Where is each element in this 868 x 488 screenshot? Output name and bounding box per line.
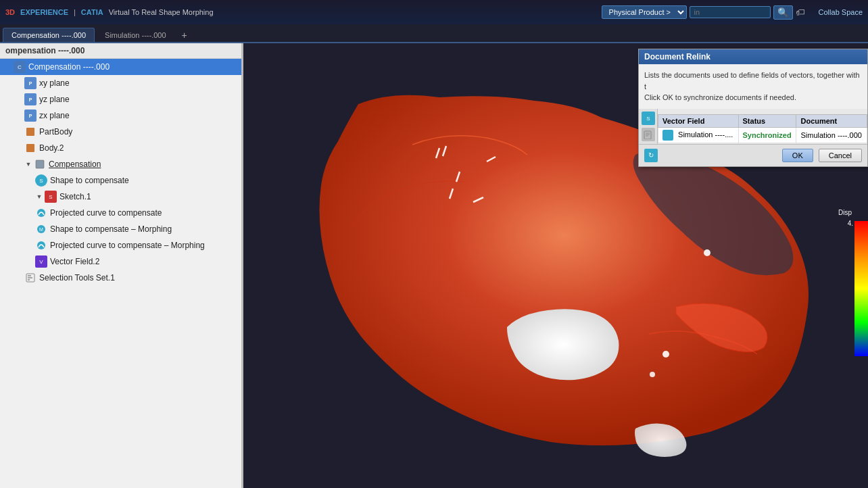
dialog-body: Lists the documents used to define field… xyxy=(639,64,867,109)
cell-status: Synchronized xyxy=(738,127,796,143)
shape-compensate-label: Shape to compensate xyxy=(50,176,129,185)
search-button[interactable]: 🔍 xyxy=(773,5,793,20)
dialog-titlebar: Document Relink xyxy=(639,49,867,64)
row-icon xyxy=(662,130,673,141)
dialog-left-icons: S xyxy=(639,109,658,144)
dialog-description-line1: Lists the documents used to define field… xyxy=(644,71,860,91)
brand-experience: EXPERIENCE xyxy=(20,8,68,16)
tree-item-yz-plane[interactable]: P yz plane xyxy=(0,91,241,107)
tab-simulation[interactable]: Simulation ----.000 xyxy=(96,28,174,42)
yz-plane-icon: P xyxy=(24,93,37,105)
cell-document: Simulation ----.000 xyxy=(796,127,867,143)
svg-text:S: S xyxy=(646,116,650,122)
dialog-ok-button[interactable]: OK xyxy=(782,149,813,162)
dialog-footer-left: ↻ xyxy=(644,149,777,162)
root-icon: C xyxy=(14,61,26,73)
search-product-select[interactable]: Physical Product > xyxy=(602,5,687,19)
col-status: Status xyxy=(738,114,796,127)
table-row: Simulation ----.... Synchronized Simulat… xyxy=(658,127,867,143)
tabbar: Compensation ----.000 Simulation ----.00… xyxy=(0,24,868,43)
partbody-icon xyxy=(24,126,37,138)
xy-plane-icon: P xyxy=(24,77,37,89)
dialog-title: Document Relink xyxy=(644,52,710,62)
svg-point-31 xyxy=(650,372,655,377)
root-label: Compensation ----.000 xyxy=(28,62,110,72)
tree-item-compensation[interactable]: ▼ Compensation xyxy=(0,156,241,172)
shape-morphing-label: Shape to compensate – Morphing xyxy=(50,224,172,234)
tab-compensation[interactable]: Compensation ----.000 xyxy=(3,28,95,42)
search-input[interactable] xyxy=(690,6,771,18)
svg-rect-10 xyxy=(36,160,44,168)
shape-compensate-icon: S xyxy=(35,174,47,187)
body2-label: Body.2 xyxy=(39,143,64,153)
document-relink-dialog: Document Relink Lists the documents used… xyxy=(638,49,868,167)
tag-button[interactable]: 🏷 xyxy=(796,7,805,18)
xy-plane-label: xy plane xyxy=(39,78,70,88)
zx-plane-icon: P xyxy=(24,109,37,122)
dialog-footer: ↻ OK Cancel xyxy=(639,144,867,166)
dialog-cancel-button[interactable]: Cancel xyxy=(819,149,862,162)
tree-item-root[interactable]: C Compensation ----.000 xyxy=(0,59,241,75)
app-name: Virtual To Real Shape Morphing xyxy=(109,8,214,16)
brand-separator: | xyxy=(74,8,76,16)
projected-morphing-label: Projected curve to compensate – Morphing xyxy=(50,241,205,250)
tree-item-projected-morphing[interactable]: Projected curve to compensate – Morphing xyxy=(0,237,241,253)
projected-curve-label: Projected curve to compensate xyxy=(50,208,162,218)
tree-item-xy-plane[interactable]: P xy plane xyxy=(0,75,241,91)
cell-vector-field: Simulation ----.... xyxy=(658,127,739,143)
tree-item-projected-curve[interactable]: Projected curve to compensate xyxy=(0,205,241,221)
topbar: 3D EXPERIENCE | CATIA Virtual To Real Sh… xyxy=(0,0,868,24)
svg-text:M: M xyxy=(39,227,43,232)
projected-curve-icon xyxy=(35,207,47,219)
collab-space-link[interactable]: Collab Space xyxy=(819,8,863,16)
svg-text:S: S xyxy=(39,178,43,184)
col-document: Document xyxy=(796,114,867,127)
compensation-label: Compensation xyxy=(49,160,101,169)
content-area: ompensation ----.000 C Compensation ----… xyxy=(0,43,868,488)
sketch1-icon: S xyxy=(45,191,57,203)
yz-plane-label: yz plane xyxy=(39,95,70,104)
brand-catia: CATIA xyxy=(81,8,103,16)
svg-text:P: P xyxy=(29,81,32,86)
left-panel: ompensation ----.000 C Compensation ----… xyxy=(0,43,243,488)
svg-rect-34 xyxy=(644,131,651,139)
tree-item-shape-morphing[interactable]: M Shape to compensate – Morphing xyxy=(0,221,241,237)
sketch1-expand[interactable]: ▼ xyxy=(35,193,43,201)
sync-icon[interactable]: ↻ xyxy=(644,149,658,162)
compensation-expand[interactable]: ▼ xyxy=(24,160,32,168)
tree-item-sketch1[interactable]: ▼ S Sketch.1 xyxy=(0,189,241,205)
svg-text:V: V xyxy=(39,259,43,265)
dialog-icon-2 xyxy=(642,128,655,141)
tab-add-button[interactable]: + xyxy=(176,28,193,42)
svg-point-29 xyxy=(704,249,710,256)
dialog-description-line2: Click OK to synchronize documents if nee… xyxy=(644,93,796,101)
vector-field-label: Vector Field.2 xyxy=(50,257,99,266)
svg-text:P: P xyxy=(29,97,32,102)
vector-field-icon: V xyxy=(35,255,47,268)
tree-item-shape-compensate[interactable]: S Shape to compensate xyxy=(0,172,241,189)
sketch1-label: Sketch.1 xyxy=(59,192,91,201)
partbody-label: PartBody xyxy=(39,127,72,137)
tree-item-selection-tools[interactable]: Selection Tools Set.1 xyxy=(0,270,241,286)
disp-label: Disp xyxy=(838,209,853,216)
svg-point-18 xyxy=(37,241,45,249)
tree-item-partbody[interactable]: PartBody xyxy=(0,124,241,140)
search-bar: Physical Product > 🔍 🏷 xyxy=(602,5,805,20)
body2-icon xyxy=(24,142,37,154)
brand-3d: 3D xyxy=(5,8,15,16)
svg-text:P: P xyxy=(29,114,32,118)
tree-item-body2[interactable]: Body.2 xyxy=(0,140,241,156)
svg-rect-9 xyxy=(26,144,34,152)
colorbar xyxy=(854,221,868,356)
svg-rect-8 xyxy=(26,128,34,136)
dialog-icon-1: S xyxy=(642,112,655,125)
col-vector-field: Vector Field xyxy=(658,114,739,127)
svg-text:C: C xyxy=(18,64,22,70)
viewport[interactable]: Disp 4. Document Relink Lists the docume… xyxy=(243,43,868,488)
tree-item-vector-field[interactable]: V Vector Field.2 xyxy=(0,253,241,270)
tree-item-zx-plane[interactable]: P zx plane xyxy=(0,107,241,124)
compensation-icon xyxy=(34,158,46,170)
dialog-table: Vector Field Status Document Simulation … xyxy=(658,114,867,143)
selection-tools-icon xyxy=(24,272,37,284)
zx-plane-label: zx plane xyxy=(39,111,70,120)
